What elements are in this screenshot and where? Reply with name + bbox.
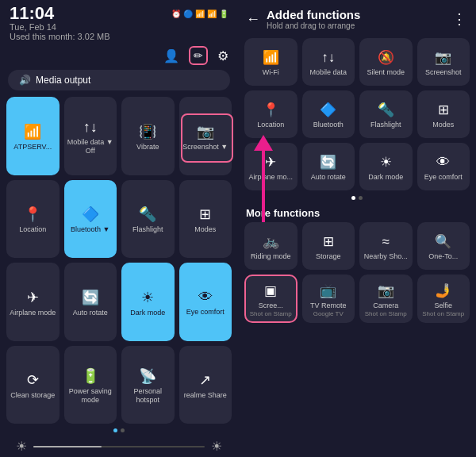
usage: Used this month: 3.02 MB (10, 32, 228, 41)
left-tile-9[interactable]: 🔄Auto rotate (64, 263, 117, 341)
more-options-icon[interactable]: ⋮ (452, 10, 466, 28)
r-dot-1 (351, 196, 355, 200)
added-tile-icon-5: 🔷 (320, 102, 336, 118)
wifi-status-icon: 📶 (195, 10, 205, 18)
left-tile-1[interactable]: ↑↓Mobile data ▼ Off (64, 97, 117, 175)
added-tile-icon-7: ⊞ (438, 102, 449, 118)
added-tile-label-8: Airplane mo... (248, 173, 293, 182)
battery-icon: 🔋 (219, 10, 228, 18)
more-tile-icon-4: ▣ (264, 282, 277, 299)
more-tile-7[interactable]: 🤳SelfieShot on Stamp (417, 275, 470, 323)
added-tile-label-3: Screenshot (425, 68, 462, 77)
added-tile-icon-1: ↑↓ (321, 50, 335, 66)
added-tile-10[interactable]: ☀Dark mode (359, 143, 413, 190)
date: Tue, Feb 14 (10, 22, 228, 32)
left-tile-6[interactable]: 🔦Flashlight (121, 180, 175, 259)
added-tile-icon-10: ☀ (380, 154, 392, 171)
dot-1 (113, 428, 117, 432)
tile-icon-3: 📷 (197, 123, 214, 140)
left-tile-8[interactable]: ✈Airplane mode (6, 263, 60, 341)
media-output-label: Media output (36, 75, 90, 86)
right-dot-row (238, 194, 476, 202)
screenshot-edit-icon[interactable]: ✏ (189, 46, 208, 65)
status-icons: ⏰ 🔵 📶 📶 🔋 (171, 10, 228, 18)
added-tile-4[interactable]: 📍Location (244, 90, 298, 138)
more-tile-label-7: Selfie (434, 301, 452, 310)
media-output-btn[interactable]: 🔊 Media output (8, 70, 230, 90)
added-tile-8[interactable]: ✈Airplane mo... (244, 143, 298, 190)
right-panel: ← Added functions Hold and drag to arran… (238, 0, 476, 457)
settings-icon[interactable]: ⚙ (217, 48, 228, 63)
left-tile-7[interactable]: ⊞Modes (179, 180, 232, 259)
added-tile-icon-8: ✈ (265, 154, 276, 171)
tile-label-1: Mobile data ▼ Off (67, 138, 114, 156)
more-tile-icon-5: 📺 (320, 282, 336, 299)
user-icon[interactable]: 👤 (163, 48, 179, 63)
added-tile-1[interactable]: ↑↓Mobile data (302, 38, 355, 86)
tile-icon-0: 📶 (24, 123, 41, 140)
added-tile-3[interactable]: 📷Screenshot (417, 38, 470, 86)
tile-label-6: Flashlight (132, 225, 163, 234)
added-tile-0[interactable]: 📶Wi-Fi (244, 38, 298, 86)
tile-label-7: Modes (194, 225, 216, 234)
more-tile-label-0: Riding mode (251, 252, 291, 261)
added-tile-7[interactable]: ⊞Modes (417, 90, 470, 138)
date-usage: Tue, Feb 14 Used this month: 3.02 MB (0, 22, 238, 41)
more-tile-label-4: Scree... (259, 301, 283, 310)
more-functions-label: More functions (238, 202, 476, 222)
more-tile-sublabel-5: Google TV (313, 310, 344, 317)
time: 11:04 (10, 3, 54, 24)
left-tile-14[interactable]: 📡Personal hotspot (121, 346, 175, 424)
added-tile-11[interactable]: 👁Eye comfort (417, 143, 470, 190)
more-tile-sublabel-6: Shot on Stamp (365, 310, 407, 317)
added-grid: 📶Wi-Fi↑↓Mobile data🔕Silent mode📷Screensh… (238, 33, 476, 194)
more-tile-label-1: Storage (316, 252, 341, 261)
left-tile-10[interactable]: ☀Dark mode (121, 263, 175, 341)
left-tile-0[interactable]: 📶ATPSERV... (6, 97, 60, 175)
left-tile-5[interactable]: 🔷Bluetooth ▼ (64, 180, 117, 259)
tile-label-14: Personal hotspot (125, 387, 171, 405)
brightness-low-icon[interactable]: ☀ (16, 439, 27, 454)
added-tile-icon-2: 🔕 (378, 49, 394, 66)
tile-icon-2: 📳 (139, 123, 156, 140)
more-tile-0[interactable]: 🚲Riding mode (244, 222, 298, 270)
left-tile-13[interactable]: 🔋Power saving mode (64, 346, 117, 424)
left-tile-4[interactable]: 📍Location (6, 180, 60, 259)
dot-row (0, 424, 238, 436)
more-tile-label-2: Nearby Sho... (364, 252, 408, 261)
added-tile-5[interactable]: 🔷Bluetooth (302, 90, 355, 138)
added-tile-6[interactable]: 🔦Flashlight (359, 90, 413, 138)
dot-2 (121, 428, 125, 432)
more-tile-1[interactable]: ⊞Storage (302, 222, 355, 270)
tile-label-13: Power saving mode (67, 387, 114, 405)
added-tile-icon-0: 📶 (263, 49, 279, 66)
added-tile-9[interactable]: 🔄Auto rotate (302, 143, 355, 190)
more-tile-icon-0: 🚲 (263, 233, 279, 250)
added-tile-icon-6: 🔦 (378, 102, 394, 118)
tile-label-2: Vibrate (136, 143, 159, 152)
left-tile-11[interactable]: 👁Eye comfort (179, 263, 232, 341)
added-tile-label-10: Dark mode (368, 173, 403, 182)
left-tile-2[interactable]: 📳Vibrate (121, 97, 175, 175)
more-tile-6[interactable]: 📷CameraShot on Stamp (359, 275, 413, 323)
right-header: ← Added functions Hold and drag to arran… (238, 0, 476, 33)
more-tile-3[interactable]: 🔍One-To... (417, 222, 470, 270)
added-tile-2[interactable]: 🔕Silent mode (359, 38, 413, 86)
added-tile-label-1: Mobile data (309, 68, 347, 77)
left-tile-3[interactable]: 📷Screenshot ▼ (179, 97, 232, 175)
left-tile-12[interactable]: ⟳Clean storage (6, 346, 60, 424)
more-tile-icon-6: 📷 (378, 282, 394, 299)
more-tile-4[interactable]: ▣Scree...Shot on Stamp (244, 275, 298, 323)
more-tile-5[interactable]: 📺TV RemoteGoogle TV (302, 275, 355, 323)
tile-icon-13: 🔋 (82, 367, 99, 385)
left-tile-15[interactable]: ↗realme Share (179, 346, 232, 424)
tile-label-11: Eye comfort (186, 308, 225, 317)
more-tile-icon-1: ⊞ (323, 233, 334, 250)
tile-label-4: Location (19, 225, 46, 234)
tile-icon-6: 🔦 (139, 205, 156, 223)
tile-icon-11: 👁 (198, 289, 213, 305)
back-arrow-icon[interactable]: ← (246, 11, 260, 28)
more-tile-2[interactable]: ≈Nearby Sho... (359, 222, 413, 270)
brightness-high-icon[interactable]: ☀ (211, 439, 222, 454)
signal-icon: 📶 (207, 10, 217, 18)
